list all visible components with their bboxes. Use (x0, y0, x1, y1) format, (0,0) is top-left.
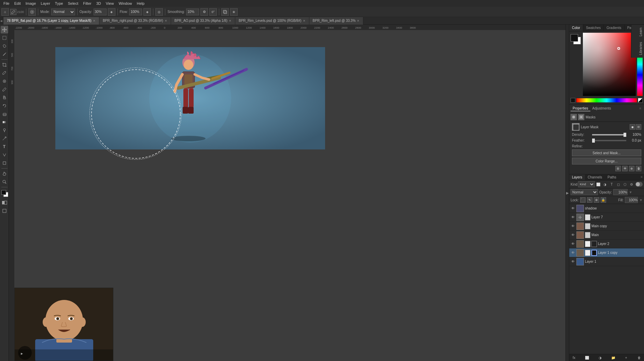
tab-3-close[interactable]: ✕ (303, 19, 306, 23)
layer-row-1-copy[interactable]: 👁 Layer 1 copy (569, 248, 644, 257)
tab-2[interactable]: BPR_AO.psd @ 33.3% (Alpha 1/8) ✕ (171, 17, 235, 25)
density-slider[interactable] (592, 134, 626, 135)
layer-row-2[interactable]: 👁 Layer 2 (569, 240, 644, 248)
fill-input[interactable] (625, 197, 638, 203)
tab-0[interactable]: 78 BPR_flat.psd @ 16.7% (Layer 1 copy, L… (3, 17, 99, 25)
tool-gradient[interactable] (1, 118, 8, 126)
learn-tab[interactable]: Learn (631, 25, 644, 39)
pressure-btn[interactable]: ⊕ (230, 8, 238, 16)
pixel-mask-btn[interactable] (571, 114, 577, 120)
layer-row-shadow[interactable]: 👁 shadow (569, 204, 644, 213)
brush-preset-btn[interactable] (28, 8, 36, 16)
layer-filter-toggle[interactable] (635, 182, 643, 187)
brush-tool-btn[interactable] (10, 9, 16, 15)
kind-select[interactable]: Kind (578, 181, 595, 187)
mode-select[interactable]: Normal (51, 9, 75, 15)
prop-tab-properties[interactable]: Properties (571, 106, 590, 111)
fg-swatch-main[interactable] (571, 34, 578, 42)
layer-row-1[interactable]: 👁 Layer 1 (569, 257, 644, 266)
current-color-preview[interactable] (571, 98, 575, 103)
select-mask-btn[interactable]: Select and Mask... (572, 149, 641, 156)
prop-icon-trash[interactable]: 🗑 (636, 166, 641, 171)
tool-clone[interactable] (1, 94, 8, 101)
layer-filter-text-btn[interactable]: T (609, 181, 615, 187)
menu-layer[interactable]: Layer (39, 1, 52, 6)
tool-move[interactable] (1, 26, 8, 33)
menu-file[interactable]: File (1, 1, 12, 6)
layer-filter-shape-btn[interactable]: ◻ (615, 181, 621, 187)
opacity-input[interactable] (94, 9, 107, 15)
prop-tab-adjustments[interactable]: Adjustments (590, 106, 613, 111)
tool-shape[interactable] (1, 159, 8, 167)
layers-menu-btn[interactable]: ≡ (639, 174, 644, 180)
tool-heal[interactable] (1, 77, 8, 85)
opacity-pressure-btn[interactable]: ◈ (108, 8, 115, 16)
eye-main[interactable]: 👁 (571, 233, 575, 237)
layer-mask-link-btn[interactable]: ⛓ (636, 124, 641, 130)
prop-icon-2[interactable]: 👁 (622, 166, 628, 171)
layer-mask-apply-btn[interactable]: ◼ (630, 124, 635, 130)
layers-tab-layers[interactable]: Layers (569, 174, 585, 180)
layers-tab-channels[interactable]: Channels (585, 174, 605, 180)
opacity-dropdown-btn[interactable]: ▼ (629, 190, 632, 194)
tool-wand[interactable] (1, 50, 8, 58)
menu-view[interactable]: View (104, 1, 116, 6)
tool-eyedropper[interactable] (1, 69, 8, 77)
color-spectrum-bar[interactable] (576, 98, 637, 102)
tab-4[interactable]: BPR_Rim_left.psd @ 33.3% ✕ (309, 17, 364, 25)
eye-shadow[interactable]: 👁 (571, 206, 575, 211)
clone-source-btn[interactable] (221, 8, 229, 16)
tab-1-close[interactable]: ✕ (165, 19, 167, 23)
tool-zoom[interactable] (1, 178, 8, 186)
blend-mode-select[interactable]: Normal (571, 189, 598, 195)
eye-main-copy[interactable]: 👁 (571, 224, 575, 229)
menu-filter[interactable]: Filter (81, 1, 93, 6)
tool-pen[interactable] (1, 135, 8, 142)
layer-new-btn[interactable]: + (624, 355, 629, 360)
libraries-tab[interactable]: Libraries (631, 39, 644, 58)
tab-1[interactable]: BPR_Rim_right.psd @ 33.3% (RGB/8#) ✕ (99, 17, 171, 25)
prop-icon-1[interactable]: ⊞ (615, 166, 621, 171)
tool-quick-mask[interactable] (1, 199, 8, 206)
canvas-area[interactable]: -2200-2000 -1800-1600 -1400-1200 -1000-8… (9, 25, 565, 361)
smoothing-settings-btn[interactable]: ⚙ (200, 8, 208, 16)
tool-hand[interactable] (1, 170, 8, 177)
menu-help[interactable]: Help (135, 1, 147, 6)
menu-image[interactable]: Image (24, 1, 38, 6)
tool-dodge[interactable] (1, 127, 8, 134)
color-range-btn[interactable]: Color Range... (572, 158, 641, 164)
flow-input[interactable] (129, 9, 142, 15)
opacity-layers-input[interactable] (613, 189, 628, 195)
eye-layer2[interactable]: 👁 (571, 242, 575, 246)
layers-tab-paths[interactable]: Paths (605, 174, 619, 180)
airbrush-btn[interactable]: ◎ (155, 8, 163, 16)
eye-layer1-copy[interactable]: 👁 (571, 250, 575, 255)
tool-brush[interactable] (1, 86, 8, 93)
tab-2-close[interactable]: ✕ (229, 19, 232, 23)
layer-filter-more-btn[interactable]: ⚙ (629, 181, 634, 187)
color-tab-gradients[interactable]: Gradients (604, 25, 624, 31)
density-thumb[interactable] (624, 133, 626, 137)
menu-window[interactable]: Window (116, 1, 134, 6)
lock-artboard-btn[interactable]: ⊕ (594, 197, 599, 203)
menu-edit[interactable]: Edit (12, 1, 23, 6)
flow-pressure-btn[interactable]: ◈ (143, 8, 151, 16)
fg-color-swatch[interactable] (1, 190, 6, 195)
toolbar-home-btn[interactable]: ⌂ (1, 8, 9, 16)
tool-history-brush[interactable] (1, 102, 8, 110)
prop-icon-3[interactable]: ⊕ (629, 166, 634, 171)
lock-all-btn[interactable]: 🔒 (601, 197, 606, 203)
lock-position-btn[interactable]: ✎ (587, 197, 592, 203)
properties-menu-btn[interactable]: ≡ (638, 106, 643, 111)
feather-thumb[interactable] (592, 139, 595, 143)
tab-3[interactable]: BPR_Rim_Levels.psd @ 100% (RGB/8#) ✕ (235, 17, 309, 25)
lock-pixels-btn[interactable]: ⬛ (580, 197, 586, 203)
vector-mask-btn[interactable] (578, 114, 584, 120)
tool-path-select[interactable] (1, 151, 8, 159)
layer-row-main-copy[interactable]: 👁 Main copy (569, 222, 644, 231)
menu-type[interactable]: Type (53, 1, 65, 6)
color-tab-color[interactable]: Color (569, 25, 583, 31)
layer-group-btn[interactable]: 📁 (611, 355, 616, 360)
tool-screen-mode[interactable] (1, 207, 8, 215)
menu-3d[interactable]: 3D (94, 1, 103, 6)
